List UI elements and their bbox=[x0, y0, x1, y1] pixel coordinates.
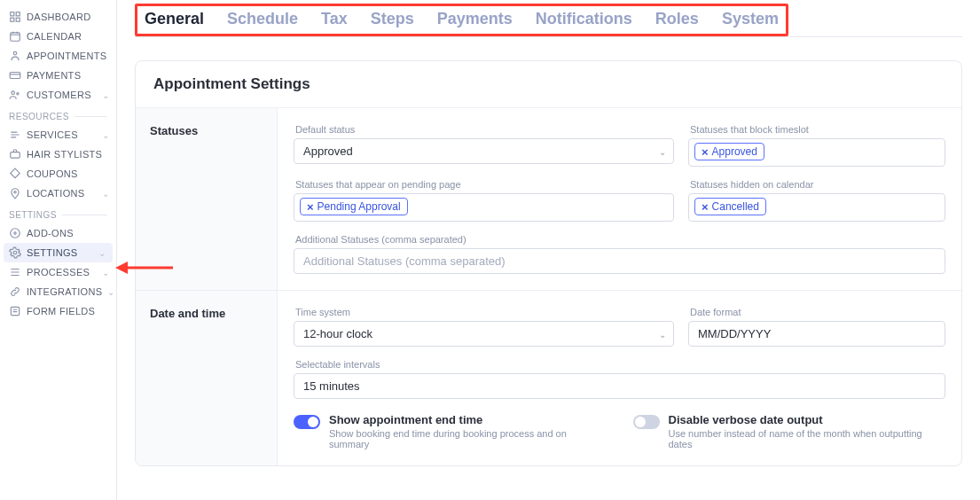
form-icon bbox=[9, 305, 21, 317]
appointments-icon bbox=[9, 50, 21, 62]
pending-page-input[interactable]: × Pending Approval bbox=[294, 193, 674, 222]
sidebar-item-addons[interactable]: ADD-ONS bbox=[0, 223, 116, 243]
chevron-down-icon: ⌄ bbox=[98, 248, 106, 258]
sidebar-item-payments[interactable]: PAYMENTS bbox=[0, 66, 116, 85]
sidebar-item-locations[interactable]: LOCATIONS ⌄ bbox=[0, 184, 116, 203]
sidebar-item-integrations[interactable]: INTEGRATIONS ⌄ bbox=[0, 282, 116, 301]
svg-point-10 bbox=[14, 191, 16, 193]
sidebar-item-customers[interactable]: CUSTOMERS ⌄ bbox=[0, 85, 116, 105]
sidebar-item-label: PROCESSES bbox=[27, 267, 90, 277]
field-label-default-status: Default status bbox=[295, 124, 674, 135]
customers-icon bbox=[9, 89, 21, 101]
section-label-statuses: Statuses bbox=[136, 108, 278, 290]
sidebar-item-label: CALENDAR bbox=[27, 31, 82, 42]
sidebar-item-coupons[interactable]: COUPONS bbox=[0, 164, 116, 184]
select-value: 15 minutes bbox=[303, 379, 360, 393]
settings-tabs: General Schedule Tax Steps Payments Noti… bbox=[135, 4, 788, 36]
field-label-time-system: Time system bbox=[295, 307, 674, 317]
tag-icon bbox=[9, 168, 21, 180]
dashboard-icon bbox=[9, 11, 21, 23]
main-content: General Schedule Tax Steps Payments Noti… bbox=[117, 0, 980, 500]
svg-rect-4 bbox=[11, 33, 20, 41]
time-system-select[interactable]: 12-hour clock ⌄ bbox=[294, 321, 674, 347]
select-value: 12-hour clock bbox=[303, 327, 372, 340]
sidebar-item-stylists[interactable]: HAIR STYLISTS bbox=[0, 145, 116, 164]
card-icon bbox=[9, 69, 21, 82]
location-icon bbox=[9, 187, 21, 199]
tab-roles[interactable]: Roles bbox=[655, 10, 699, 28]
field-label-block-timeslot: Statuses that block timeslot bbox=[690, 124, 945, 135]
stack-icon bbox=[9, 266, 21, 278]
sidebar-item-settings[interactable]: SETTINGS ⌄ bbox=[4, 243, 113, 262]
appointment-settings-card: Appointment Settings Statuses Default st… bbox=[135, 60, 962, 466]
sidebar-item-formfields[interactable]: FORM FIELDS bbox=[0, 301, 116, 321]
tag-remove-icon[interactable]: × bbox=[702, 146, 709, 158]
toggle-title: Show appointment end time bbox=[329, 413, 607, 426]
tag-approved: × Approved bbox=[694, 143, 764, 160]
sidebar-section-resources-label: RESOURCES bbox=[0, 106, 116, 123]
chevron-down-icon: ⌄ bbox=[659, 329, 666, 339]
sidebar-item-label: HAIR STYLISTS bbox=[27, 149, 102, 160]
tab-notifications[interactable]: Notifications bbox=[536, 10, 632, 28]
field-label-intervals: Selectable intervals bbox=[295, 359, 945, 370]
default-status-select[interactable]: Approved ⌄ bbox=[294, 138, 674, 164]
tab-general[interactable]: General bbox=[145, 10, 204, 28]
tab-schedule[interactable]: Schedule bbox=[227, 10, 298, 28]
calendar-icon bbox=[9, 30, 21, 43]
link-icon bbox=[9, 285, 21, 298]
sidebar-item-label: INTEGRATIONS bbox=[27, 286, 102, 297]
sidebar-item-label: CUSTOMERS bbox=[27, 90, 91, 100]
select-value: Approved bbox=[303, 145, 353, 158]
tab-system[interactable]: System bbox=[722, 10, 779, 28]
tag-label: Cancelled bbox=[712, 200, 759, 213]
sidebar-item-services[interactable]: SERVICES ⌄ bbox=[0, 125, 116, 145]
block-timeslot-input[interactable]: × Approved bbox=[688, 138, 945, 167]
tag-label: Pending Approval bbox=[318, 200, 401, 213]
tab-tax[interactable]: Tax bbox=[321, 10, 348, 28]
sidebar-item-calendar[interactable]: CALENDAR bbox=[0, 27, 116, 46]
chevron-down-icon: ⌄ bbox=[659, 146, 666, 156]
sidebar-item-label: ADD-ONS bbox=[27, 228, 74, 238]
chevron-down-icon: ⌄ bbox=[102, 268, 109, 277]
intervals-select[interactable]: 15 minutes bbox=[294, 373, 945, 399]
svg-rect-9 bbox=[11, 152, 20, 158]
chevron-down-icon: ⌄ bbox=[102, 189, 109, 199]
svg-point-5 bbox=[13, 51, 17, 55]
hidden-calendar-input[interactable]: × Cancelled bbox=[688, 193, 945, 222]
svg-rect-3 bbox=[16, 18, 20, 21]
date-format-select[interactable]: MM/DD/YYYY bbox=[688, 321, 945, 347]
svg-marker-15 bbox=[115, 262, 128, 274]
field-label-hidden-calendar: Statuses hidden on calendar bbox=[690, 179, 945, 190]
sidebar-item-appointments[interactable]: APPOINTMENTS bbox=[0, 46, 116, 66]
toggle-disable-verbose[interactable] bbox=[633, 415, 660, 429]
tag-remove-icon[interactable]: × bbox=[307, 201, 314, 213]
card-title: Appointment Settings bbox=[136, 61, 961, 108]
toggle-show-end-time[interactable] bbox=[294, 415, 320, 429]
sidebar-item-dashboard[interactable]: DASHBOARD bbox=[0, 7, 116, 27]
sidebar-item-label: FORM FIELDS bbox=[27, 306, 95, 316]
sidebar-item-label: DASHBOARD bbox=[27, 12, 90, 22]
sidebar-item-label: COUPONS bbox=[27, 168, 78, 179]
sidebar-item-label: PAYMENTS bbox=[27, 70, 81, 81]
field-label-date-format: Date format bbox=[690, 307, 945, 317]
chevron-down-icon: ⌄ bbox=[102, 90, 109, 100]
section-label-datetime: Date and time bbox=[136, 291, 278, 465]
tag-label: Approved bbox=[712, 145, 757, 158]
svg-rect-1 bbox=[16, 12, 20, 16]
svg-point-8 bbox=[17, 93, 19, 95]
tab-steps[interactable]: Steps bbox=[371, 10, 414, 28]
sidebar: DASHBOARD CALENDAR APPOINTMENTS PAYMENTS… bbox=[0, 0, 117, 500]
services-icon bbox=[9, 129, 21, 141]
gear-icon bbox=[9, 246, 21, 259]
toggle-desc: Show booking end time during booking pro… bbox=[329, 428, 607, 449]
sidebar-item-label: SETTINGS bbox=[27, 247, 77, 258]
svg-point-7 bbox=[12, 91, 14, 95]
plus-circle-icon bbox=[9, 227, 21, 239]
sidebar-item-processes[interactable]: PROCESSES ⌄ bbox=[0, 262, 116, 282]
input-placeholder: Additional Statuses (comma separated) bbox=[303, 254, 506, 268]
tag-remove-icon[interactable]: × bbox=[702, 201, 709, 213]
toggle-desc: Use number instead of name of the month … bbox=[669, 428, 946, 449]
tab-payments[interactable]: Payments bbox=[437, 10, 513, 28]
svg-rect-6 bbox=[10, 73, 20, 79]
additional-statuses-input[interactable]: Additional Statuses (comma separated) bbox=[294, 248, 945, 274]
